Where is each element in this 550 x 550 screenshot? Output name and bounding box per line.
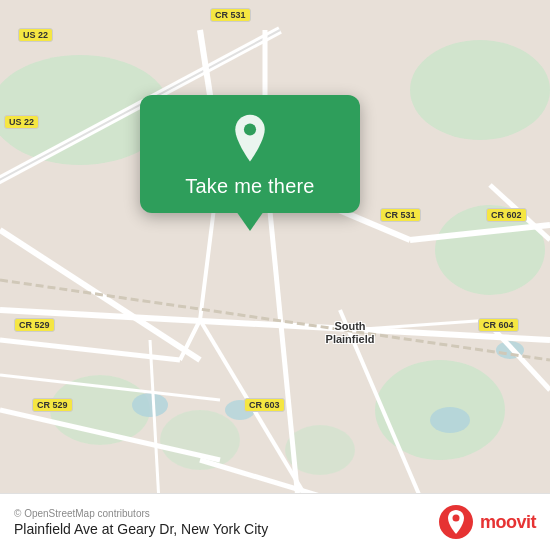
road-label-cr531-top: CR 531 [210, 8, 251, 22]
bottom-left-info: © OpenStreetMap contributors Plainfield … [14, 508, 268, 537]
road-label-us22-top: US 22 [18, 28, 53, 42]
svg-point-2 [410, 40, 550, 140]
road-label-cr604: CR 604 [478, 318, 519, 332]
svg-point-10 [430, 407, 470, 433]
moovit-text: moovit [480, 512, 536, 533]
address-text: Plainfield Ave at Geary Dr, New York Cit… [14, 521, 268, 537]
road-label-cr603: CR 603 [244, 398, 285, 412]
road-label-cr602: CR 602 [486, 208, 527, 222]
map-container: US 22 CR 531 US 22 CR 531 CR 602 CR 529 … [0, 0, 550, 550]
svg-point-36 [452, 515, 459, 522]
road-label-cr531-right: CR 531 [380, 208, 421, 222]
bottom-bar: © OpenStreetMap contributors Plainfield … [0, 493, 550, 550]
copyright-text: © OpenStreetMap contributors [14, 508, 268, 519]
road-label-us22-left: US 22 [4, 115, 39, 129]
take-me-there-label: Take me there [185, 175, 314, 198]
road-label-cr529-left: CR 529 [14, 318, 55, 332]
place-label-south-plainfield: SouthPlainfield [310, 320, 390, 346]
moovit-logo: moovit [438, 504, 536, 540]
take-me-there-card[interactable]: Take me there [140, 95, 360, 213]
svg-point-34 [244, 123, 256, 135]
road-label-cr529-bottom: CR 529 [32, 398, 73, 412]
svg-point-8 [132, 393, 168, 417]
location-pin-icon [224, 113, 276, 165]
moovit-icon [438, 504, 474, 540]
